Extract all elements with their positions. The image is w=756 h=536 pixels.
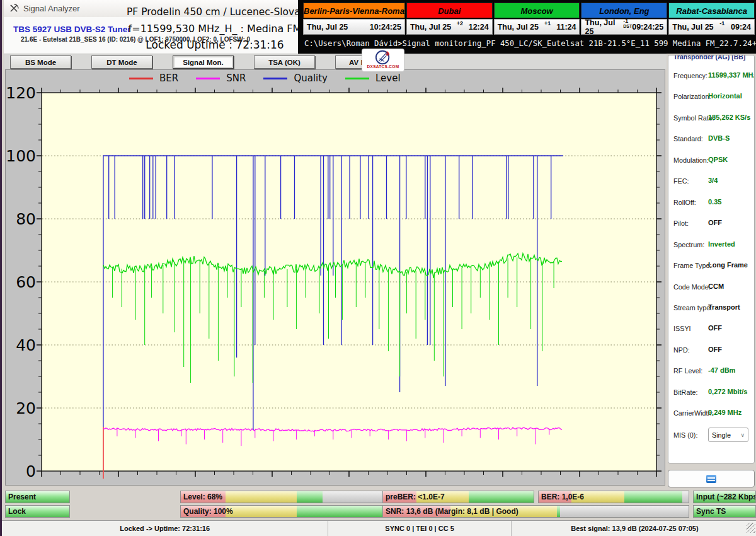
sidebar-row-label: NPD: [673,346,690,354]
status-bar-label: Present [8,492,36,501]
sidebar-row-label: Frequency: [673,72,707,79]
sidebar-row-label: Stream type: [673,304,712,312]
status-footer: Locked -> Uptime: 72:31:16 SYNC 0 | TEI … [2,520,756,536]
sidebar-row: RollOff:0.35 [668,194,754,214]
mis-selected-value: Single [712,431,731,439]
tab-bs-mode[interactable]: BS Mode [10,55,71,69]
sidebar-row-value: 3/4 [708,177,718,184]
sidebar-row: Frame Type:Long Frame [668,257,754,277]
window-title: Signal Analyzer [23,4,80,13]
antenna-location-title: PF Prodelin 450 cm / Lucenec-Slovakia [127,4,303,20]
sidebar-row-value: Inverted [708,240,735,248]
mode-tab-bar: BS ModeDT ModeSignal Mon.TSA (OK)AV Play… [4,54,667,69]
clock-date: Thu, Jul 25 [307,23,348,32]
signal-monitor-chart-panel: BERSNRQualityLevel 020406080100120 [5,69,665,486]
svg-text:120: 120 [6,86,36,102]
clock-city-label: London, Eng [581,3,667,18]
tab-dt-mode[interactable]: DT Mode [91,55,152,69]
gauge-segment-green [297,491,323,503]
stream-list-button[interactable] [668,470,755,487]
gauge-segment-green [297,506,384,517]
legend-line-swatch [129,78,153,79]
sidebar-row-label: Modulation: [673,156,709,164]
legend-label: SNR [226,73,246,84]
sidebar-row: Standard:DVB-S [668,130,754,151]
mis-label: MIS (0): [673,431,697,439]
sidebar-row-label: Pilot: [673,219,689,227]
sidebar-row-value: Transport [708,303,740,311]
sidebar-row-label: BitRate: [673,388,697,396]
sidebar-row: Pilot:OFF [668,214,754,235]
clock-date: Thu, Jul 25 [410,23,451,32]
dxsatcs-logo-text: DXSATCS.COM [367,64,399,69]
svg-text:100: 100 [6,147,36,165]
stream-list-icon [706,475,716,483]
footer-best-signal: Best signal: 13,9 dB (2024-07-25 07:05) [512,521,756,536]
clock-date: Thu, Jul 25 [672,23,713,32]
legend-label: Level [375,73,401,84]
sidebar-row: Spectrum:Inverted [668,236,754,257]
clock-column: MoscowThu, Jul 25+111:24 [494,3,581,35]
footer-sync-counters: SYNC 0 | TEI 0 | CC 5 [328,521,511,536]
snr-bar: SNR: 13,6 dB (Margin: 8,1 dB | Good) [382,505,689,518]
console-prompt-line: C:\Users\Roman Dávid>Signal monitoring_P… [304,39,756,48]
clock-column: London, EngThu, Jul 25-1DST09:24:25 [581,3,668,35]
clock-time: 09:24 [731,23,751,32]
resize-grip[interactable] [747,523,755,533]
sidebar-row-value: -47 dBm [708,366,735,374]
clock-city-label: Berlin-Paris-Vienna-Roma [303,3,405,18]
sidebar-row: Modulation:QPSK [668,151,754,172]
mis-select[interactable]: Single ∨ [708,428,748,442]
gauge-segment-empty [682,491,689,503]
legend-label: Quality [294,73,328,84]
svg-text:20: 20 [16,399,36,417]
status-bar-label: SNR: 13,6 dB (Margin: 8,1 dB | Good) [386,507,518,516]
clock-time: 10:24:25 [370,23,401,32]
status-bar-label: Lock [8,507,26,516]
sidebar-row: BitRate:0,272 Mbit/s [668,383,754,404]
sidebar-row-label: RollOff: [673,199,696,206]
sidebar-row-value: 0,249 MHz [708,409,742,416]
legend-line-swatch [196,78,220,79]
gauge-segment-yellow [226,491,297,503]
sidebar-row: NPD:OFF [668,341,754,362]
status-bar-label: Level: 68% [183,492,222,501]
sidebar-row: Code Mode:CCM [668,278,754,299]
mis-row: MIS (0): Single ∨ [668,426,754,447]
sidebar-row-value: OFF [708,346,722,353]
sidebar-row-value: QPSK [708,156,728,163]
sidebar-row: Frequency:11599,337 MHz [668,67,754,88]
sidebar-row-label: ISSYI [673,325,691,332]
world-clock-panel: Berlin-Paris-Vienna-RomaThu, Jul 2510:24… [303,3,756,35]
legend-item: Level [345,73,401,84]
transponder-panel-header: Transponder (AG) [BB] [673,55,745,61]
clock-column: DubaiThu, Jul 25+212:24 [406,3,494,35]
session-titles: PF Prodelin 450 cm / Lucenec-Slovakia f=… [127,4,303,52]
locked-uptime-title: Locked Uptime : 72:31:16 [127,37,303,52]
sidebar-row: Stream type:Transport [668,299,754,320]
clock-time-row: Thu, Jul 25+111:24 [494,19,580,35]
status-bar-label: BER: 1,0E-6 [541,492,584,501]
sidebar-row-value: DVB-S [708,134,730,142]
sidebar-row: Polarization:Horizontal [668,88,754,108]
status-bar-label: Input (~282 Kbps) [696,492,756,501]
clock-column: Berlin-Paris-Vienna-RomaThu, Jul 2510:24… [303,3,406,35]
clock-time-row: Thu, Jul 25-1DST09:24:25 [581,19,667,35]
sidebar-row: Symbol Rate:185,262 KS/s [668,109,754,130]
chart-legend: BERSNRQualityLevel [6,70,665,86]
svg-text:40: 40 [16,336,36,354]
tab-signal-mon-[interactable]: Signal Mon. [173,55,234,69]
input-rate-indicator: Input (~282 Kbps) [693,491,756,503]
clock-utc-offset: +2 [457,21,463,26]
sidebar-row-label: Frame Type: [673,262,711,269]
sidebar-row-value: CCM [708,283,724,290]
sidebar-row-value: Horizontal [708,92,742,100]
dxsatcs-logo: DXSATCS.COM [362,49,404,71]
clock-date: Thu, Jul 25 [585,18,623,36]
clock-utc-offset: -1 [719,21,724,26]
sidebar-row-value: 185,262 KS/s [708,114,750,121]
footer-uptime: Locked -> Uptime: 72:31:16 [2,521,328,536]
tuner-name: TBS 5927 USB DVB-S2 Tuner [13,25,131,34]
tab-tsa-ok-[interactable]: TSA (OK) [254,55,315,69]
gauge-segment-empty [560,506,689,517]
